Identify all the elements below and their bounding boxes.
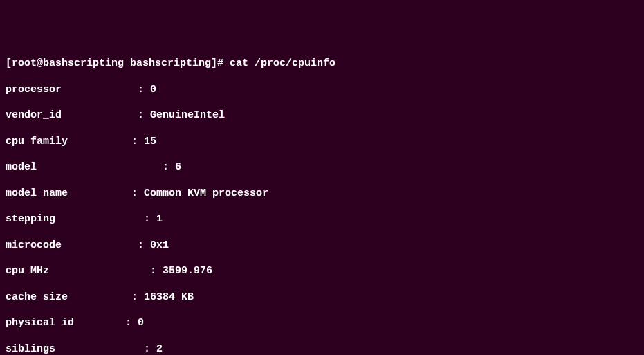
shell-command: cat /proc/cpuinfo xyxy=(230,57,335,71)
field-sep: : xyxy=(94,317,138,330)
field-key: cpu family xyxy=(6,136,94,149)
field-value: 15 xyxy=(144,136,156,149)
cpuinfo-cpu-mhz: cpu MHz : 3599.976 xyxy=(6,265,638,278)
field-value: 0 xyxy=(150,84,156,97)
cpuinfo-model: model : 6 xyxy=(6,161,638,174)
cpuinfo-vendor-id: vendor_id : GenuineIntel xyxy=(6,109,638,122)
field-value: 0x1 xyxy=(150,239,169,253)
field-sep: : xyxy=(94,136,144,149)
shell-prompt: [root@bashscripting bashscripting]# xyxy=(6,57,230,71)
field-sep: : xyxy=(94,84,150,97)
cpuinfo-model-name: model name : Common KVM processor xyxy=(6,188,638,201)
cpuinfo-cache-size: cache size : 16384 KB xyxy=(6,291,638,304)
field-value: 0 xyxy=(138,317,144,330)
field-key: cache size xyxy=(6,291,94,304)
shell-prompt-line[interactable]: [root@bashscripting bashscripting]# cat … xyxy=(6,57,638,71)
field-sep: : xyxy=(94,188,144,201)
field-key: vendor_id xyxy=(6,109,94,122)
field-value: 2 xyxy=(156,343,163,356)
cpuinfo-physical-id: physical id : 0 xyxy=(6,317,638,330)
field-value: 16384 KB xyxy=(144,291,194,304)
cpuinfo-cpu-family: cpu family : 15 xyxy=(6,136,638,149)
cpuinfo-siblings: siblings : 2 xyxy=(6,343,638,356)
field-value: 6 xyxy=(175,161,181,174)
field-key: physical id xyxy=(6,317,94,330)
field-sep: : xyxy=(94,265,163,278)
cpuinfo-processor: processor : 0 xyxy=(6,84,638,97)
field-value: 1 xyxy=(156,213,163,226)
field-sep: : xyxy=(94,109,150,122)
field-key: siblings xyxy=(6,343,94,356)
field-sep: : xyxy=(94,343,156,356)
field-value: Common KVM processor xyxy=(144,188,268,201)
field-sep: : xyxy=(94,239,150,253)
field-key: processor xyxy=(6,84,94,97)
field-key: model xyxy=(6,161,94,174)
cpuinfo-stepping: stepping : 1 xyxy=(6,213,638,226)
field-key: cpu MHz xyxy=(6,265,94,278)
field-key: stepping xyxy=(6,213,94,226)
field-sep: : xyxy=(94,213,156,226)
cpuinfo-microcode: microcode : 0x1 xyxy=(6,239,638,253)
field-sep: : xyxy=(94,161,175,174)
field-key: microcode xyxy=(6,239,94,253)
field-sep: : xyxy=(94,291,144,304)
field-value: 3599.976 xyxy=(163,265,212,278)
field-key: model name xyxy=(6,188,94,201)
field-value: GenuineIntel xyxy=(150,109,225,122)
